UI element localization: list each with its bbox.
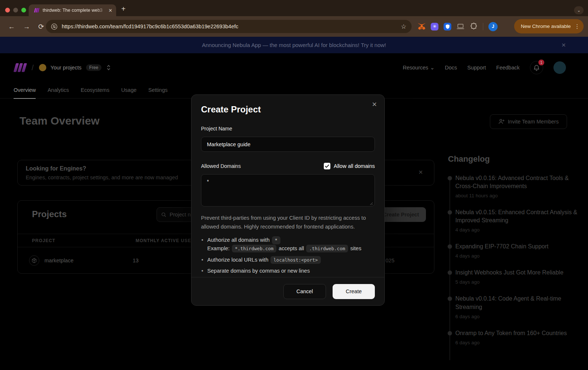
toolbar-divider <box>483 23 483 30</box>
changelog-entry[interactable]: Insight Webhooks Just Got More Reliable … <box>444 269 581 285</box>
metamask-extension-icon[interactable] <box>417 22 426 30</box>
tab-search-button[interactable]: ⌄ <box>574 6 584 14</box>
modal-body: Create Project Project Name Allowed Doma… <box>191 95 384 275</box>
timeline-dot <box>448 244 452 249</box>
changelog-entry-title[interactable]: Onramp to Any Token from 160+ Countries <box>455 329 581 337</box>
browser-titlebar: thirdweb: The complete web3 ✕ + ⌄ <box>0 0 588 16</box>
allow-all-domains-control[interactable]: Allow all domains <box>324 163 375 169</box>
column-project: PROJECT <box>32 238 136 243</box>
timeline-dot <box>448 297 452 301</box>
changelog-entry-title[interactable]: Insight Webhooks Just Got More Reliable <box>455 269 581 277</box>
cancel-button[interactable]: Cancel <box>283 284 326 299</box>
create-button[interactable]: Create <box>333 284 375 299</box>
bullet-text: Example: <box>207 245 230 251</box>
changelog-entry[interactable]: Expanding EIP-7702 Chain Support 4 days … <box>444 243 581 259</box>
browser-tab[interactable]: thirdweb: The complete web3 ✕ <box>29 4 116 16</box>
site-settings-icon[interactable] <box>51 24 57 30</box>
back-button[interactable]: ← <box>8 23 15 30</box>
extensions-row: ✳ J <box>417 20 498 33</box>
allow-all-domains-checkbox[interactable] <box>324 163 330 169</box>
project-cube-icon <box>29 255 39 266</box>
extensions-puzzle-icon[interactable] <box>470 22 478 30</box>
modal-footer: Cancel Create <box>191 277 384 305</box>
tab-title: thirdweb: The complete web3 <box>43 8 108 13</box>
notification-count-badge: 1 <box>538 60 544 65</box>
snowflake-extension-icon[interactable]: ✳ <box>431 23 438 30</box>
bookmark-star-icon[interactable]: ☆ <box>401 23 406 30</box>
changelog-entry-title[interactable]: Nebula v0.0.16: Advanced Contract Tools … <box>455 174 581 190</box>
browser-menu-icon[interactable]: ⋮ <box>574 24 580 29</box>
tab-ecosystems[interactable]: Ecosystems <box>80 82 109 98</box>
project-name-input[interactable] <box>201 137 375 152</box>
code-chip: localhost:<port> <box>270 256 320 264</box>
thirdweb-favicon <box>34 7 40 13</box>
team-avatar <box>39 64 46 71</box>
changelog-entry[interactable]: Nebula v0.0.15: Enhanced Contract Analys… <box>444 208 581 233</box>
invite-team-members-button[interactable]: Invite Team Members <box>490 114 567 129</box>
bullet-authorize-all: Authorize all domains with * Example: *.… <box>201 236 375 252</box>
team-switcher-icon[interactable] <box>107 65 111 71</box>
checkmark-icon <box>325 164 329 168</box>
projects-title: Projects <box>32 209 67 219</box>
changelog-entry[interactable]: Nebula v0.0.16: Advanced Contract Tools … <box>444 174 581 198</box>
nav-docs[interactable]: Docs <box>445 65 457 71</box>
nav-feedback[interactable]: Feedback <box>496 65 520 71</box>
chrome-update-button[interactable]: New Chrome available ⋮ <box>514 19 584 33</box>
window-minimize-button[interactable] <box>13 8 18 12</box>
changelog-entry[interactable]: Nebula v0.0.14: Code Agent & Real-time S… <box>444 295 581 319</box>
breadcrumb[interactable]: Your projects <box>51 65 82 71</box>
nav-resources-label: Resources <box>403 65 428 71</box>
engines-card-close-icon[interactable]: ✕ <box>418 169 423 176</box>
modal-close-icon[interactable]: ✕ <box>372 101 377 108</box>
tab-settings[interactable]: Settings <box>148 82 168 98</box>
changelog-entry[interactable]: Onramp to Any Token from 160+ Countries … <box>444 329 581 345</box>
window-zoom-button[interactable] <box>21 8 26 12</box>
laptop-extension-icon[interactable] <box>456 22 465 30</box>
domains-help-text: Prevent third-parties from using your Cl… <box>201 214 375 231</box>
screenshot-root: thirdweb: The complete web3 ✕ + ⌄ ← → ⟳ … <box>0 0 588 370</box>
allowed-domains-textarea[interactable]: * <box>201 174 375 206</box>
code-chip: .thirdweb.com <box>306 245 348 252</box>
tab-analytics[interactable]: Analytics <box>47 82 69 98</box>
new-tab-button[interactable]: + <box>121 5 126 12</box>
window-close-button[interactable] <box>5 8 10 12</box>
allow-all-domains-label: Allow all domains <box>334 163 375 169</box>
url-text[interactable]: https://thirdweb.com/team/fcd194917bc9c6… <box>62 24 401 29</box>
announcement-text: Announcing Nebula App — the most powerfu… <box>202 42 386 48</box>
browser-toolbar: ← → ⟳ https://thirdweb.com/team/fcd19491… <box>0 16 588 37</box>
browser-profile-avatar[interactable]: J <box>488 22 498 31</box>
code-chip: *.thirdweb.com <box>232 245 276 252</box>
domains-bullet-list: Authorize all domains with * Example: *.… <box>201 236 375 275</box>
bitwarden-extension-icon[interactable] <box>444 23 451 30</box>
allowed-domains-label: Allowed Domains <box>201 163 241 169</box>
bullet-text: sites <box>350 245 361 251</box>
allowed-domains-area: * <box>201 174 375 208</box>
announcement-banner[interactable]: Announcing Nebula App — the most powerfu… <box>0 37 588 53</box>
changelog-entry-title[interactable]: Nebula v0.0.14: Code Agent & Real-time S… <box>455 295 581 311</box>
address-bar[interactable]: https://thirdweb.com/team/fcd194917bc9c6… <box>46 20 412 33</box>
tab-close-icon[interactable]: ✕ <box>108 8 112 13</box>
changelog-entry-title[interactable]: Expanding EIP-7702 Chain Support <box>455 243 581 251</box>
changelog-list: Nebula v0.0.16: Advanced Contract Tools … <box>444 174 581 345</box>
breadcrumb-slash: / <box>32 64 34 72</box>
changelog-entry-title[interactable]: Nebula v0.0.15: Enhanced Contract Analys… <box>455 208 581 224</box>
tab-usage[interactable]: Usage <box>121 82 137 98</box>
timeline-dot <box>448 176 452 180</box>
tab-overview[interactable]: Overview <box>14 82 36 98</box>
forward-button[interactable]: → <box>23 23 30 30</box>
nav-support[interactable]: Support <box>467 65 486 71</box>
column-mau: MONTHLY ACTIVE USE <box>136 238 191 243</box>
changelog-section: Changelog Nebula v0.0.16: Advanced Contr… <box>444 154 581 355</box>
banner-close-icon[interactable]: ✕ <box>561 42 566 49</box>
changelog-entry-time: 6 days ago <box>455 340 581 345</box>
bullet-text: Authorize local URLs with <box>207 257 268 263</box>
resize-grip-icon[interactable] <box>370 202 373 205</box>
thirdweb-logo[interactable] <box>15 63 26 72</box>
reload-button[interactable]: ⟳ <box>38 23 44 30</box>
changelog-entry-time: 5 days ago <box>455 279 581 285</box>
notifications-button[interactable]: 1 <box>530 61 543 74</box>
header-nav: Resources ⌄ Docs Support Feedback 1 <box>403 61 566 74</box>
user-avatar[interactable] <box>553 61 566 74</box>
bullet-text: Authorize all domains with <box>207 237 270 243</box>
nav-resources[interactable]: Resources ⌄ <box>403 65 434 71</box>
